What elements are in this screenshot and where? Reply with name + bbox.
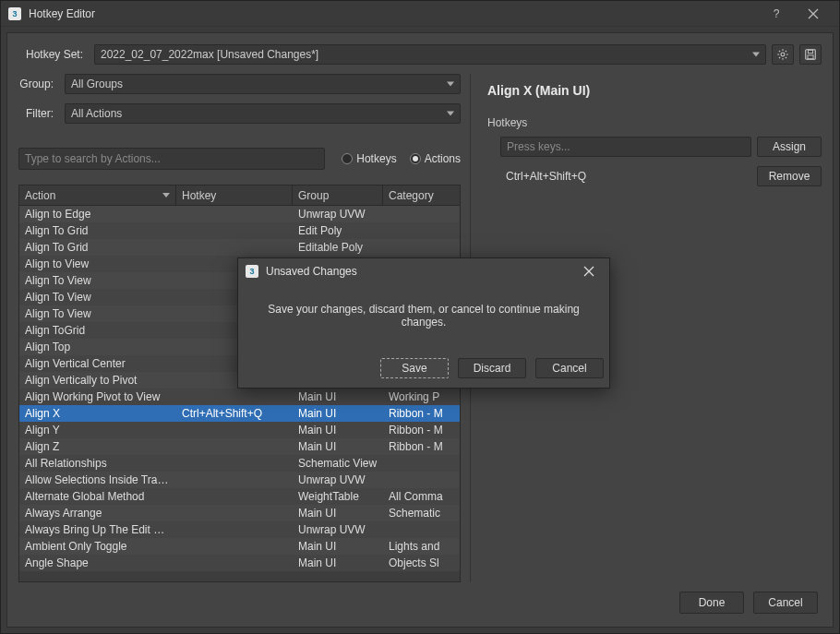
table-cell: Angle Shape [19,556,176,569]
table-cell: Main UI [293,440,383,453]
done-button-label: Done [699,596,726,609]
hotkeys-radio[interactable]: Hotkeys [342,152,396,165]
table-row[interactable]: Align to EdgeUnwrap UVW [19,206,460,222]
done-button[interactable]: Done [679,592,744,614]
column-category[interactable]: Category [383,185,460,205]
table-cell: Lights and [383,540,460,553]
column-action-label: Action [25,189,55,202]
app-icon: 3 [246,265,258,278]
table-cell: Main UI [293,556,383,569]
assigned-list: Ctrl+Alt+Shift+QRemove [489,166,822,186]
search-input[interactable]: Type to search by Actions... [18,148,325,170]
settings-button[interactable] [772,44,794,65]
group-dropdown[interactable]: All Groups [65,74,461,94]
table-cell: Ambient Only Toggle [19,540,176,553]
table-cell: Main UI [293,507,383,520]
save-icon [804,48,817,61]
table-row[interactable]: Align To GridEdit Poly [19,222,460,239]
assign-button[interactable]: Assign [757,137,822,157]
dialog-discard-label: Discard [474,362,511,375]
table-cell: All Relationships [19,457,176,470]
chevron-down-icon [447,112,454,116]
dialog-message: Save your changes, discard them, or canc… [249,303,598,329]
table-cell: Align X [19,407,176,420]
dialog-save-button[interactable]: Save [380,358,449,378]
help-button[interactable]: ? [758,1,795,27]
table-cell: Working P [383,390,460,403]
dialog-titlebar: 3 Unsaved Changes [238,258,609,284]
press-keys-placeholder: Press keys... [507,140,570,153]
press-keys-input[interactable]: Press keys... [500,137,751,157]
dialog-title: Unsaved Changes [266,265,576,278]
unsaved-changes-dialog: 3 Unsaved Changes Save your changes, dis… [237,257,610,389]
table-row[interactable]: All RelationshipsSchematic View [19,455,460,472]
table-cell: Ribbon - M [383,440,460,453]
hotkey-set-dropdown[interactable]: 2022_02_07_2022max [Unsaved Changes*] [94,44,766,65]
table-cell: Schematic [383,507,460,520]
assigned-hotkey-row: Ctrl+Alt+Shift+QRemove [502,166,822,186]
svg-rect-2 [808,50,812,54]
actions-radio[interactable]: Actions [410,152,461,165]
hotkey-set-label: Hotkey Set: [18,48,89,61]
close-button[interactable] [795,1,832,27]
table-row[interactable]: Angle ShapeMain UIObjects Sl [19,555,460,571]
table-row[interactable]: Align YMain UIRibbon - M [19,422,460,438]
dialog-buttons: Save Discard Cancel [238,358,609,388]
table-row[interactable]: Align ZMain UIRibbon - M [19,438,460,455]
cancel-button-label: Cancel [768,596,802,609]
dialog-cancel-label: Cancel [552,362,586,375]
table-cell: Unwrap UVW [293,523,383,536]
radio-dot [342,153,353,164]
table-row[interactable]: Ambient Only ToggleMain UILights and [19,538,460,555]
table-row[interactable]: Allow Selections Inside Tranform ...Unwr… [19,472,460,488]
dialog-cancel-button[interactable]: Cancel [535,358,604,378]
actions-radio-label: Actions [425,152,461,165]
table-cell: Ribbon - M [383,407,460,420]
table-cell: Allow Selections Inside Tranform ... [19,473,176,486]
table-row[interactable]: Alternate Global MethodWeightTableAll Co… [19,488,460,505]
table-cell: Main UI [293,540,383,553]
table-row[interactable]: Align Working Pivot to ViewMain UIWorkin… [19,389,460,405]
titlebar: 3 Hotkey Editor ? [1,1,839,27]
search-row: Type to search by Actions... Hotkeys Act… [18,148,461,170]
svg-rect-3 [808,55,813,59]
column-hotkey-label: Hotkey [182,189,216,202]
save-preset-button[interactable] [799,44,822,65]
column-group[interactable]: Group [293,185,383,205]
table-row[interactable]: Always Bring Up The Edit WindowUnwrap UV… [19,521,460,538]
sort-indicator-icon [162,193,170,197]
filter-dropdown[interactable]: All Actions [65,103,461,124]
remove-button[interactable]: Remove [757,166,822,186]
dialog-body: Save your changes, discard them, or canc… [238,284,609,358]
chevron-down-icon [752,53,760,57]
table-cell: Ribbon - M [383,424,460,437]
dialog-discard-button[interactable]: Discard [458,358,526,378]
table-row[interactable]: Align XCtrl+Alt+Shift+QMain UIRibbon - M [19,405,460,422]
table-cell: Align To Grid [19,224,176,237]
table-cell: Align Y [19,424,176,437]
filter-label: Filter: [18,107,59,120]
table-cell: Align To View [19,307,176,320]
table-cell: Align To View [19,291,176,304]
table-row[interactable]: Always ArrangeMain UISchematic [19,505,460,521]
group-label: Group: [18,78,59,90]
dialog-close-button[interactable] [576,258,602,284]
cancel-button[interactable]: Cancel [753,592,818,614]
table-cell: Align Vertically to Pivot [19,374,176,387]
table-cell: Schematic View [293,457,383,470]
filter-value: All Actions [71,107,122,120]
table-cell: Align Working Pivot to View [19,390,176,403]
table-cell: Align To Grid [19,241,176,254]
column-action[interactable]: Action [19,185,176,205]
radio-group: Hotkeys Actions [342,152,461,165]
table-cell: Align Vertical Center [19,357,176,370]
table-cell: Unwrap UVW [293,473,383,486]
search-placeholder: Type to search by Actions... [25,152,161,165]
gear-icon [776,48,789,61]
column-hotkey[interactable]: Hotkey [176,185,293,205]
footer: Done Cancel [18,582,822,616]
assigned-hotkey-text: Ctrl+Alt+Shift+Q [502,170,750,183]
hotkey-set-row: Hotkey Set: 2022_02_07_2022max [Unsaved … [18,44,822,65]
radio-dot-selected [410,153,421,164]
table-row[interactable]: Align To GridEditable Poly [19,239,460,256]
